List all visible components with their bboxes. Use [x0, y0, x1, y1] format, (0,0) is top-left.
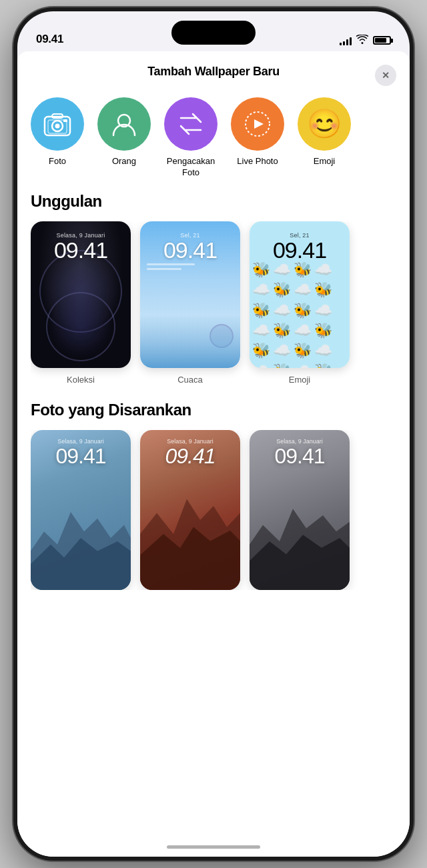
- screen: 09.41: [17, 11, 410, 857]
- mountain-svg-1: [31, 486, 131, 590]
- category-label-emoji: Emoji: [314, 156, 336, 167]
- status-time: 09.41: [36, 33, 63, 46]
- svg-point-2: [55, 124, 60, 129]
- photo-time-2: Selasa, 9 Januari 09.41: [140, 438, 240, 468]
- category-item-pengacakan[interactable]: Pengacakan Foto: [164, 97, 218, 179]
- wallpaper-label-cuaca: Cuaca: [177, 375, 203, 385]
- category-item-emoji[interactable]: 😊 Emoji: [298, 97, 351, 179]
- wallpaper-preview-koleksi: Selasa, 9 Januari 09.41: [31, 221, 131, 368]
- photo-preview-2: Selasa, 9 Januari 09.41: [140, 430, 240, 590]
- wallpaper-time-emoji: Sel, 21 09.41: [250, 232, 350, 261]
- battery-icon: [373, 36, 391, 45]
- photo-time-1: Selasa, 9 Januari 09.41: [31, 438, 131, 468]
- category-label-pengacakan: Pengacakan Foto: [167, 156, 215, 179]
- modal-sheet: Tambah Wallpaper Baru ✕: [17, 51, 410, 857]
- category-item-foto[interactable]: Foto: [31, 97, 84, 179]
- category-item-orang[interactable]: Orang: [97, 97, 151, 179]
- wallpaper-time-koleksi: Selasa, 9 Januari 09.41: [31, 232, 131, 261]
- wallpaper-card-emoji[interactable]: Sel, 21 09.41 🐝☁️🐝☁️ ☁️🐝☁️🐝 🐝☁️🐝☁️ ☁️🐝☁️…: [250, 221, 350, 385]
- category-item-livephoto[interactable]: Live Photo: [231, 97, 284, 179]
- wp-clock-cuaca: 09.41: [140, 239, 240, 261]
- photo-clock-3: 09.41: [250, 445, 350, 468]
- wallpaper-card-cuaca[interactable]: Sel, 21 09.41: [140, 221, 240, 385]
- photo-time-3: Selasa, 9 Januari 09.41: [250, 438, 350, 468]
- photo-clock-2: 09.41: [140, 445, 240, 468]
- category-label-livephoto: Live Photo: [237, 156, 278, 167]
- photo-card-1[interactable]: Selasa, 9 Januari 09.41: [31, 430, 131, 590]
- suggested-section: Foto yang Disarankan Selasa, 9 Januari 0…: [17, 401, 410, 606]
- featured-section: Unggulan Selasa, 9 Januari 09.41: [17, 192, 410, 401]
- suggested-title: Foto yang Disarankan: [31, 401, 396, 419]
- wp-clock-koleksi: 09.41: [31, 239, 131, 261]
- wifi-icon: [356, 35, 368, 46]
- wp-clock-emoji: 09.41: [250, 239, 350, 261]
- photo-card-2[interactable]: Selasa, 9 Januari 09.41: [140, 430, 240, 590]
- category-circle-livephoto: [231, 97, 284, 151]
- modal-title: Tambah Wallpaper Baru: [147, 65, 280, 79]
- wallpaper-card-koleksi[interactable]: Selasa, 9 Januari 09.41 Koleksi: [31, 221, 131, 385]
- category-circle-emoji: 😊: [298, 97, 351, 151]
- photo-clock-1: 09.41: [31, 445, 131, 468]
- featured-title: Unggulan: [31, 192, 396, 211]
- phone-frame: 09.41: [13, 7, 414, 861]
- category-circle-orang: [97, 97, 151, 151]
- home-indicator: [167, 845, 260, 849]
- wallpaper-label-emoji-wp: Emoji: [289, 375, 311, 385]
- wp-date-emoji: Sel, 21: [250, 232, 350, 239]
- wallpaper-label-koleksi: Koleksi: [67, 375, 95, 385]
- content-area[interactable]: Tambah Wallpaper Baru ✕: [17, 51, 410, 857]
- wallpaper-preview-cuaca: Sel, 21 09.41: [140, 221, 240, 368]
- category-circle-foto: [31, 97, 84, 151]
- category-circle-pengacakan: [164, 97, 218, 151]
- category-label-foto: Foto: [49, 156, 66, 167]
- bottom-spacer: [17, 606, 410, 659]
- category-label-orang: Orang: [112, 156, 136, 167]
- dynamic-island: [171, 21, 256, 45]
- mountain-svg-2: [140, 478, 240, 590]
- mountain-svg-3: [250, 486, 350, 590]
- status-icons: [340, 35, 391, 46]
- category-row: Foto Orang: [17, 89, 410, 192]
- signal-icon: [340, 36, 352, 45]
- wallpaper-preview-emoji: Sel, 21 09.41 🐝☁️🐝☁️ ☁️🐝☁️🐝 🐝☁️🐝☁️ ☁️🐝☁️…: [250, 221, 350, 368]
- photo-preview-3: Selasa, 9 Januari 09.41: [250, 430, 350, 590]
- photo-card-3[interactable]: Selasa, 9 Januari 09.41: [250, 430, 350, 590]
- wallpaper-time-cuaca: Sel, 21 09.41: [140, 232, 240, 261]
- photo-row: Selasa, 9 Januari 09.41: [31, 430, 396, 590]
- photo-preview-1: Selasa, 9 Januari 09.41: [31, 430, 131, 590]
- modal-header: Tambah Wallpaper Baru ✕: [17, 65, 410, 89]
- close-button[interactable]: ✕: [375, 65, 396, 86]
- wallpaper-row: Selasa, 9 Januari 09.41 Koleksi: [31, 221, 396, 385]
